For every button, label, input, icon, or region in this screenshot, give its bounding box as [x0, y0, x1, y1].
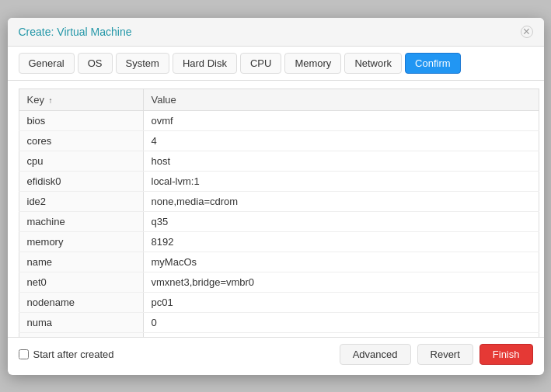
table-cell-value: other — [143, 332, 539, 337]
table-cell-key: name — [19, 252, 143, 272]
start-after-created-checkbox[interactable] — [19, 349, 29, 359]
close-button[interactable]: × — [521, 26, 533, 38]
col-value-label: Value — [152, 94, 176, 106]
title-bar: Create: Virtual Machine × — [8, 18, 544, 47]
start-after-created-area: Start after created — [19, 349, 114, 360]
tab-confirm[interactable]: Confirm — [405, 53, 461, 74]
col-header-value: Value — [143, 88, 539, 110]
table-cell-key: machine — [19, 211, 143, 231]
table-row: cpuhost — [19, 151, 539, 171]
finish-button[interactable]: Finish — [480, 344, 533, 365]
table-cell-key: cores — [19, 130, 143, 151]
tab-network[interactable]: Network — [344, 53, 402, 74]
tab-system[interactable]: System — [116, 53, 169, 74]
table-cell-key: nodename — [19, 292, 143, 312]
table-cell-key: numa — [19, 312, 143, 332]
table-row: namemyMacOs — [19, 252, 539, 272]
table-cell-key: ide2 — [19, 191, 143, 211]
table-cell-value: host — [143, 151, 539, 171]
table-cell-key: efidisk0 — [19, 171, 143, 191]
advanced-button[interactable]: Advanced — [340, 344, 411, 365]
create-vm-dialog: Create: Virtual Machine × GeneralOSSyste… — [8, 18, 544, 375]
table-row: net0vmxnet3,bridge=vmbr0 — [19, 272, 539, 292]
main-content: Key ↑ Value biosovmfcores4cpuhostefidisk… — [8, 81, 544, 337]
table-cell-value: local-lvm:1 — [143, 171, 539, 191]
table-row: efidisk0local-lvm:1 — [19, 171, 539, 191]
tab-os[interactable]: OS — [78, 53, 113, 74]
table-row: ostypeother — [19, 332, 539, 337]
config-table: Key ↑ Value biosovmfcores4cpuhostefidisk… — [19, 88, 539, 337]
table-row: nodenamepc01 — [19, 292, 539, 312]
sort-arrow-icon: ↑ — [49, 96, 53, 105]
footer-bar: Start after created Advanced Revert Fini… — [8, 337, 544, 371]
table-row: memory8192 — [19, 231, 539, 252]
dialog-title: Create: Virtual Machine — [19, 26, 132, 38]
tab-general[interactable]: General — [19, 53, 75, 74]
tab-hard-disk[interactable]: Hard Disk — [173, 53, 237, 74]
table-cell-value: 0 — [143, 312, 539, 332]
table-row: biosovmf — [19, 110, 539, 130]
table-cell-key: memory — [19, 231, 143, 252]
table-row: ide2none,media=cdrom — [19, 191, 539, 211]
table-cell-value: none,media=cdrom — [143, 191, 539, 211]
table-cell-key: bios — [19, 110, 143, 130]
table-cell-value: q35 — [143, 211, 539, 231]
start-after-created-label: Start after created — [33, 349, 114, 360]
table-cell-key: net0 — [19, 272, 143, 292]
table-row: machineq35 — [19, 211, 539, 231]
tab-memory[interactable]: Memory — [284, 53, 341, 74]
table-cell-value: ovmf — [143, 110, 539, 130]
tab-bar: GeneralOSSystemHard DiskCPUMemoryNetwork… — [8, 47, 544, 81]
footer-buttons: Advanced Revert Finish — [340, 344, 533, 365]
table-cell-value: pc01 — [143, 292, 539, 312]
tab-cpu[interactable]: CPU — [240, 53, 281, 74]
col-header-key[interactable]: Key ↑ — [19, 88, 143, 110]
table-cell-value: vmxnet3,bridge=vmbr0 — [143, 272, 539, 292]
table-cell-key: ostype — [19, 332, 143, 337]
table-scroll-area[interactable]: Key ↑ Value biosovmfcores4cpuhostefidisk… — [8, 81, 544, 337]
table-row: cores4 — [19, 130, 539, 151]
col-key-label: Key — [27, 94, 47, 106]
table-cell-value: myMacOs — [143, 252, 539, 272]
table-cell-value: 8192 — [143, 231, 539, 252]
revert-button[interactable]: Revert — [417, 344, 473, 365]
table-row: numa0 — [19, 312, 539, 332]
table-cell-key: cpu — [19, 151, 143, 171]
table-cell-value: 4 — [143, 130, 539, 151]
